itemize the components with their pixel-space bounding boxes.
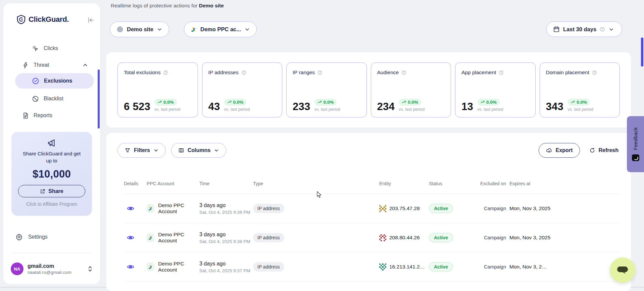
ppc-account-name: Demo PPC Account <box>158 202 199 214</box>
feedback-smiley-icon <box>632 154 639 161</box>
time-exact: Sat, Oct 4, 2025 9:39 PM <box>199 210 253 215</box>
sidebar-item-label: Exclusions <box>44 78 72 84</box>
help-icon[interactable] <box>317 70 323 75</box>
stat-delta-caption: vs. last period <box>224 107 250 112</box>
filter-funnel-icon <box>125 147 131 153</box>
stat-delta-badge: 0.0% <box>399 99 421 106</box>
chat-launcher-button[interactable] <box>610 257 635 283</box>
col-header-ppc-account: PPC Account <box>147 181 199 186</box>
table-row: Demo PPC Account 3 days ago Sat, Oct 4, … <box>124 194 621 223</box>
google-ads-icon <box>147 204 154 213</box>
excluded-on-value: Campaign <box>478 264 506 270</box>
stat-delta-badge: 0.0% <box>567 99 590 106</box>
site-selector-label: Demo site <box>127 26 153 33</box>
calendar-icon <box>553 26 560 33</box>
refresh-button[interactable]: Refresh <box>589 147 618 153</box>
col-header-details: Details <box>124 181 147 186</box>
stat-value: 13 <box>461 101 473 112</box>
feedback-tab[interactable]: Feedback <box>627 116 644 172</box>
sidebar-item-clicks[interactable]: Clicks <box>32 43 58 54</box>
help-icon[interactable] <box>401 70 406 75</box>
help-icon[interactable] <box>241 70 246 75</box>
entity-value: 203.75.47.28 <box>389 205 420 211</box>
stat-value: 43 <box>208 101 220 112</box>
exclusions-log-panel: Filters Columns Expo <box>106 133 631 291</box>
page-scrollbar-thumb[interactable] <box>641 38 643 66</box>
sidebar-item-label: Clicks <box>44 45 58 51</box>
ppc-account-name: Demo PPC Account <box>158 261 199 273</box>
view-details-eye-icon[interactable] <box>127 204 147 212</box>
chevron-down-icon <box>157 27 162 32</box>
columns-button[interactable]: Columns <box>171 143 226 158</box>
status-badge: Active <box>429 233 453 242</box>
stats-summary-panel: Total exclusions 6 523 0.0% vs. last per… <box>106 52 631 128</box>
google-ads-icon <box>147 233 154 242</box>
stat-delta-caption: vs. last period <box>567 107 593 112</box>
stat-delta-badge: 0.0% <box>224 99 247 106</box>
stat-card-ip-addresses: IP addresses 43 0.0% vs. last period <box>202 62 283 117</box>
account-switcher[interactable]: NA gmail.com naatali.ro@gmail.com <box>11 262 93 275</box>
stat-card-audience: Audience 234 0.0% vs. last period <box>371 62 451 117</box>
expires-at-value: Mon, Nov 3, 2025 <box>506 205 621 211</box>
cursor-click-icon <box>32 45 39 52</box>
stat-delta-caption: vs. last period <box>399 107 425 112</box>
time-relative: 3 days ago <box>199 261 253 267</box>
col-header-excluded-on: Excluded on <box>478 181 506 187</box>
sidebar-item-threat[interactable]: Threat <box>22 60 88 70</box>
stat-card-domain-placement: Domain placement 343 0.0% vs. last perio… <box>540 62 620 117</box>
sidebar-collapse-icon[interactable] <box>87 16 95 24</box>
sidebar-scrollbar[interactable] <box>98 69 100 129</box>
sidebar-item-exclusions[interactable]: Exclusions <box>15 73 94 89</box>
trend-up-icon <box>157 100 162 104</box>
view-details-eye-icon[interactable] <box>127 234 147 242</box>
subtitle-site-name: Demo site <box>199 3 224 8</box>
chevron-down-icon <box>608 27 614 32</box>
view-details-eye-icon[interactable] <box>127 263 147 271</box>
export-button[interactable]: Export <box>539 143 580 158</box>
type-badge: IP address <box>253 233 284 242</box>
affiliate-link[interactable]: Click to Affiliate Program <box>11 201 92 207</box>
app-window: ClickGuard. Clicks Threat <box>0 0 644 291</box>
chevron-down-icon <box>153 148 159 153</box>
ppc-account-selector-dropdown[interactable]: Demo PPC ac... <box>184 21 257 37</box>
type-badge: IP address <box>253 204 284 213</box>
ip-identicon <box>379 205 386 212</box>
stat-value: 234 <box>377 101 395 112</box>
share-button[interactable]: Share <box>18 185 85 197</box>
sidebar-item-label: Blacklist <box>44 96 63 102</box>
col-header-type: Type <box>253 181 379 186</box>
time-relative: 3 days ago <box>199 232 253 238</box>
help-icon[interactable] <box>499 70 504 75</box>
filters-button[interactable]: Filters <box>117 143 166 158</box>
gear-icon <box>15 233 23 241</box>
export-button-label: Export <box>556 147 573 153</box>
sidebar-item-reports[interactable]: Reports <box>22 110 52 121</box>
sidebar-item-settings[interactable]: Settings <box>15 232 48 242</box>
promo-amount: $10,000 <box>11 168 92 180</box>
clickguard-shield-icon <box>17 15 26 24</box>
stat-label: Domain placement <box>546 69 589 76</box>
date-range-dropdown[interactable]: Last 30 days <box>546 21 622 37</box>
chevron-down-icon <box>244 27 250 32</box>
sidebar: ClickGuard. Clicks Threat <box>3 3 100 284</box>
help-icon[interactable] <box>592 70 597 75</box>
table-header-row: Details PPC Account Time Type Entity Sta… <box>124 173 621 194</box>
chat-bubble-icon <box>616 265 629 276</box>
trend-up-icon <box>317 100 322 104</box>
help-icon[interactable] <box>163 70 168 75</box>
help-icon[interactable] <box>600 27 605 32</box>
sidebar-item-label: Threat <box>34 62 49 68</box>
expires-at-value: Mon, Nov 3, 2… <box>506 264 621 270</box>
cloud-download-icon <box>546 147 552 154</box>
account-name: gmail.com <box>28 263 71 269</box>
time-exact: Sat, Oct 4, 2025 9:37 PM <box>199 268 253 273</box>
page-subtitle: Realtime logs of protective actions for … <box>111 3 224 9</box>
sidebar-item-blacklist[interactable]: Blacklist <box>32 93 63 104</box>
type-badge: IP address <box>253 262 284 272</box>
entity-value: 16.213.141.2… <box>389 264 425 270</box>
col-header-status: Status <box>429 181 478 186</box>
columns-button-label: Columns <box>188 147 210 153</box>
site-selector-dropdown[interactable]: Demo site <box>110 21 169 37</box>
table-row: Demo PPC Account 3 days ago Sat, Oct 4, … <box>124 223 621 252</box>
excluded-on-value: Campaign <box>478 206 506 211</box>
